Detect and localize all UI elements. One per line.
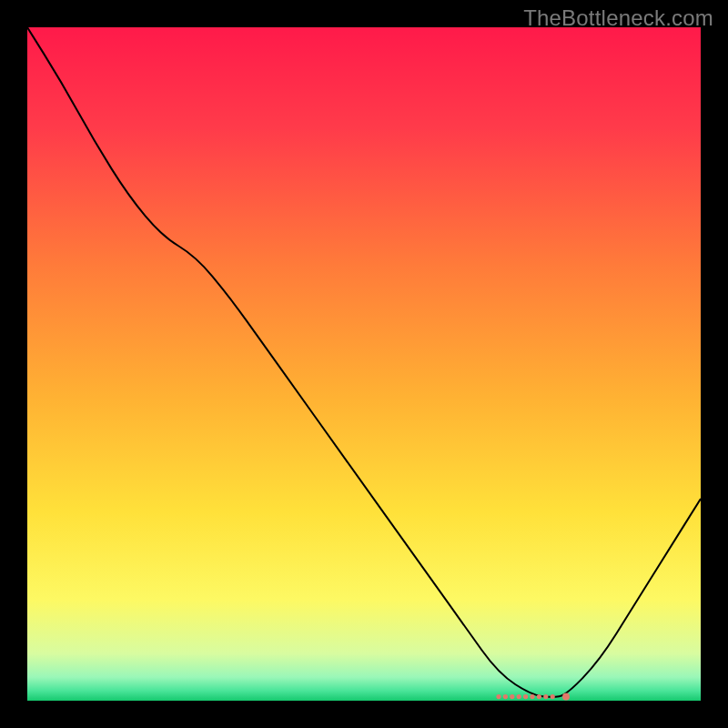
marker-dot [551, 694, 555, 699]
marker-dot [510, 694, 514, 699]
marker-dot [562, 693, 570, 701]
marker-dot [537, 694, 541, 699]
gradient-rect [27, 27, 701, 701]
plot-area [27, 27, 701, 701]
marker-dot [496, 694, 500, 699]
chart-svg [27, 27, 701, 701]
marker-dot [523, 694, 528, 699]
marker-dot [517, 694, 521, 699]
chart-container: TheBottleneck.com [0, 0, 728, 728]
marker-dot [530, 694, 534, 699]
marker-dot [503, 694, 508, 699]
marker-dot [543, 694, 548, 699]
